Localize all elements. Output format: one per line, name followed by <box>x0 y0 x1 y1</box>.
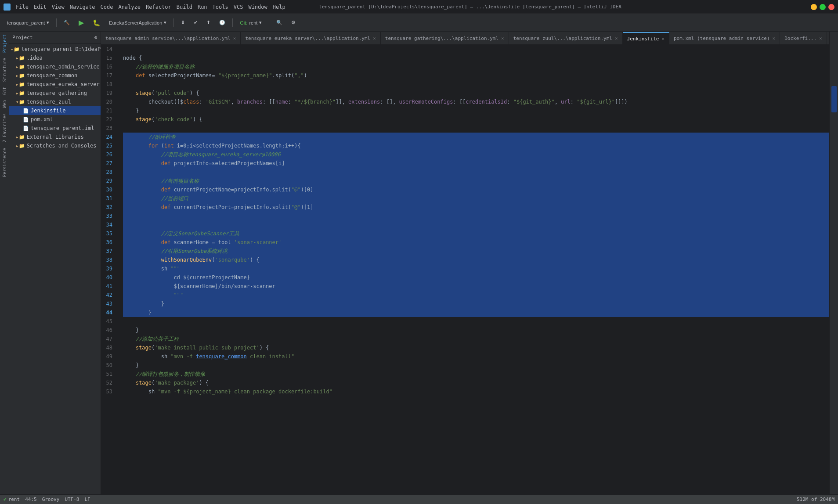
code-line: stage('check code') { <box>123 115 829 124</box>
tab-pom[interactable]: pom.xml (tensquare_admin_service) × <box>669 32 780 44</box>
tab-eureka-yml[interactable]: tensquare_eureka_server\...\application.… <box>241 32 380 44</box>
toolbar-separator-1 <box>56 18 57 27</box>
gear-icon[interactable]: ⚙ <box>94 35 97 40</box>
menu-file[interactable]: File <box>13 3 31 11</box>
git-branch-label: rent <box>249 20 257 25</box>
build-button[interactable]: 🔨 <box>60 18 73 27</box>
code-line <box>123 168 829 176</box>
vtab-favorites[interactable]: 2 Favorites <box>1 111 8 145</box>
tree-item-zuul[interactable]: ▾📁 tensquare_zuul <box>9 97 101 106</box>
tab-zuul-yml-close[interactable]: × <box>615 36 618 41</box>
tree-item-pom-label: pom.xml <box>31 116 53 122</box>
tab-dockerfile-close[interactable]: × <box>819 36 822 41</box>
right-panel <box>829 32 838 494</box>
status-filetype[interactable]: Groovy <box>42 497 60 502</box>
tab-jenkinsfile-close[interactable]: × <box>661 36 665 42</box>
status-encoding[interactable]: UTF-8 <box>65 497 79 502</box>
menu-build[interactable]: Build <box>174 3 195 11</box>
git-branch-selector[interactable]: Git: rent ▾ <box>236 18 265 27</box>
vtab-git[interactable]: Git <box>1 84 8 97</box>
menu-edit[interactable]: Edit <box>31 3 49 11</box>
title-bar: File Edit View Navigate Code Analyze Ref… <box>0 0 838 14</box>
tree-item-ext-libs[interactable]: ▸📁 External Libraries <box>9 133 101 141</box>
code-line <box>123 220 829 229</box>
code-line: } <box>123 106 829 115</box>
tab-eureka-yml-close[interactable]: × <box>373 36 376 41</box>
menu-run[interactable]: Run <box>195 3 210 11</box>
tree-item-pom[interactable]: 📄 pom.xml <box>9 115 101 124</box>
settings-button[interactable]: ⚙ <box>288 18 299 27</box>
run-config-selector[interactable]: EurekaServerApplication ▾ <box>105 18 170 27</box>
menu-vcs[interactable]: VCS <box>231 3 246 11</box>
tab-admin-yml[interactable]: tensquare_admin_service\...\application.… <box>101 32 241 44</box>
tab-gathering-yml-close[interactable]: × <box>501 36 504 41</box>
vtab-web[interactable]: Web <box>1 97 8 111</box>
status-git[interactable]: ✔ rent <box>4 497 20 502</box>
code-line: node { <box>123 54 829 62</box>
menu-code[interactable]: Code <box>98 3 116 11</box>
window-title: tensquare_parent [D:\IdeaProjects\tensqu… <box>288 4 653 10</box>
tree-item-idea[interactable]: ▸📁 .idea <box>9 54 101 62</box>
minimize-button[interactable] <box>811 4 817 10</box>
git-push-button[interactable]: ⬆ <box>203 18 214 27</box>
git-update-button[interactable]: ⬇ <box>177 18 188 27</box>
tab-zuul-yml[interactable]: tensquare_zuul\...\application.yml × <box>509 32 623 44</box>
tab-gathering-yml[interactable]: tensquare_gathering\...\application.yml … <box>381 32 509 44</box>
tree-item-gathering[interactable]: ▸📁 tensquare_gathering <box>9 89 101 97</box>
menu-window[interactable]: Window <box>246 3 270 11</box>
menu-analyze[interactable]: Analyze <box>116 3 143 11</box>
project-selector-label: tensquare_parent <box>7 20 45 25</box>
maximize-button[interactable] <box>820 4 826 10</box>
tab-jenkinsfile[interactable]: Jenkinsfile × <box>623 32 669 44</box>
toolbar: tensquare_parent ▾ 🔨 ▶ 🐛 EurekaServerApp… <box>0 14 838 32</box>
git-history-button[interactable]: 🕐 <box>216 18 229 27</box>
run-button[interactable]: ▶ <box>75 17 87 28</box>
vtab-persistence[interactable]: Persistence <box>1 145 8 180</box>
tree-item-admin[interactable]: ▸📁 tensquare_admin_service <box>9 62 101 71</box>
minimap-selection <box>831 86 837 112</box>
file-icon: 📄 <box>23 126 29 131</box>
search-button[interactable]: 🔍 <box>273 18 286 27</box>
status-memory[interactable]: 512M of 2048M <box>797 497 834 502</box>
code-line: ${scannerHome}/bin/sonar-scanner <box>123 282 829 291</box>
menu-tools[interactable]: Tools <box>210 3 231 11</box>
project-selector[interactable]: tensquare_parent ▾ <box>4 18 53 27</box>
menu-view[interactable]: View <box>49 3 67 11</box>
vtab-project[interactable]: Project <box>1 32 8 55</box>
code-line: checkout([$class: 'GitSCM', branches: [[… <box>123 97 829 106</box>
status-line-col[interactable]: 44:5 <box>25 497 37 502</box>
git-commit-button[interactable]: ✔ <box>190 18 201 27</box>
tree-item-admin-label: tensquare_admin_service <box>27 64 100 70</box>
vtab-structure[interactable]: Structure <box>1 55 8 84</box>
tab-pom-close[interactable]: × <box>773 36 776 41</box>
code-editor[interactable]: 14 15 16 17 18 19 20 21 22 23 24 25 26 2… <box>101 45 829 494</box>
code-line: def scannerHome = tool 'sonar-scanner' <box>123 238 829 247</box>
code-line: withSonarQubeEnv('sonarqube') { <box>123 256 829 264</box>
tree-item-iml[interactable]: 📄 tensquare_parent.iml <box>9 124 101 133</box>
tree-item-eureka[interactable]: ▸📁 tensquare_eureka_server <box>9 80 101 89</box>
menu-refactor[interactable]: Refactor <box>143 3 174 11</box>
status-line-separator[interactable]: LF <box>85 497 90 502</box>
menu-help[interactable]: Help <box>270 3 288 11</box>
tree-item-common[interactable]: ▸📁 tensquare_common <box>9 71 101 80</box>
run-config-chevron: ▾ <box>164 20 166 25</box>
code-line: //引用SonarQube系统环境 <box>123 247 829 256</box>
tree-item-jenkinsfile[interactable]: 📄 Jenkinsfile <box>9 106 101 115</box>
memory-label: 512M of 2048M <box>797 497 834 502</box>
tab-dockerfile[interactable]: Dockerfi... × <box>780 32 827 44</box>
code-line: //当前项目名称 <box>123 176 829 185</box>
code-line: sh """ <box>123 264 829 273</box>
close-button[interactable] <box>828 4 834 10</box>
menu-navigate[interactable]: Navigate <box>67 3 98 11</box>
folder-icon: ▾📁 <box>11 47 20 52</box>
encoding-label: UTF-8 <box>65 497 79 502</box>
tree-item-scratches[interactable]: ▸📁 Scratches and Consoles <box>9 141 101 150</box>
debug-button[interactable]: 🐛 <box>89 18 104 28</box>
code-line: //定义SonarQubeScanner工具 <box>123 229 829 238</box>
run-config-label: EurekaServerApplication <box>109 20 162 25</box>
code-content[interactable]: node { //选择的微服务项目名称 def selectedProjectN… <box>119 45 829 494</box>
code-line <box>123 317 829 326</box>
code-line: //选择的微服务项目名称 <box>123 62 829 71</box>
tab-admin-yml-close[interactable]: × <box>233 36 236 41</box>
tree-root[interactable]: ▾📁 tensquare_parent D:\IdeaProj... <box>9 45 101 54</box>
